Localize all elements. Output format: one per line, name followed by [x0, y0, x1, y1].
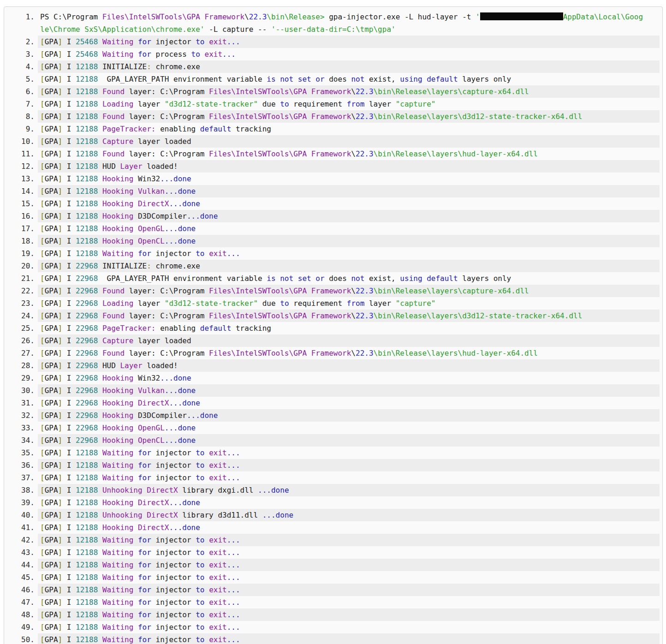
log-token: for [138, 473, 151, 482]
log-token: exit [209, 473, 227, 482]
line-number: 50. [4, 633, 35, 644]
line-number: 48. [4, 608, 35, 621]
log-token: 22968 [76, 286, 98, 295]
log-token: exit [209, 573, 227, 582]
log-token: layer [133, 299, 164, 308]
log-token: layer: C:\Program [125, 112, 209, 121]
log-token: from [347, 100, 365, 108]
log-token: Hooking [102, 523, 133, 532]
log-token: "capture" [396, 299, 436, 308]
log-token: I [62, 448, 76, 457]
log-token [133, 448, 138, 457]
log-token: [ [40, 349, 45, 358]
log-token: Hooking [102, 224, 133, 233]
log-token: I [62, 324, 76, 333]
log-line-10: 10.[GPA] I 12188 Capture layer loaded [4, 135, 662, 148]
log-token: injector [151, 473, 196, 482]
log-token: Hooking [102, 187, 133, 196]
log-token: I [62, 187, 76, 196]
log-token: GPA [45, 635, 58, 644]
log-line-text: [GPA] I 25468 Waiting for injector to ex… [38, 36, 660, 48]
log-token: exit [209, 37, 227, 46]
log-token: 12188 [76, 249, 98, 258]
log-token: not [280, 75, 293, 83]
log-token: [ [40, 523, 45, 532]
log-token: I [62, 62, 76, 71]
log-token [133, 498, 138, 507]
log-token: 12188 [76, 112, 98, 121]
log-token: ...done [160, 174, 191, 183]
log-line-43: 43.[GPA] I 12188 Waiting for injector to… [4, 546, 662, 559]
log-token [98, 37, 102, 46]
log-token: 12188 [76, 137, 98, 146]
log-token: to [280, 299, 289, 308]
log-token: GPA [45, 299, 58, 308]
log-token: or [315, 75, 324, 83]
log-token [98, 585, 102, 594]
log-token: : [147, 262, 151, 270]
log-token: exist, [364, 75, 400, 83]
log-token: GPA [45, 112, 58, 121]
log-line-19: 19.[GPA] I 12188 Waiting for injector to… [4, 247, 662, 260]
log-token: for [138, 50, 151, 59]
log-token: DirectX [147, 486, 178, 495]
log-token: ] [58, 162, 63, 171]
log-token: GPA [45, 262, 58, 270]
log-token: [ [40, 100, 45, 108]
log-token: INITIALIZE [102, 262, 147, 270]
log-token: Hooking [102, 423, 133, 432]
log-token: I [62, 598, 76, 607]
log-token: ] [58, 62, 63, 71]
log-token: I [62, 486, 76, 495]
log-token: library d3d11.dll [178, 511, 262, 519]
log-line-9: 9.[GPA] I 12188 PageTracker: enabling de… [4, 123, 662, 135]
log-token: [ [40, 274, 45, 283]
log-token: [ [40, 249, 45, 258]
log-token: GPA [45, 399, 58, 407]
log-token: '--user-data-dir=C:\tmp\gpa' [271, 25, 396, 34]
log-token: injector [151, 561, 196, 569]
line-number: 25. [4, 322, 35, 334]
log-token: Waiting [102, 585, 133, 594]
line-number: 29. [4, 372, 35, 384]
log-token: OpenGL [138, 224, 165, 233]
line-number: 31. [4, 397, 35, 409]
log-token: 22968 [76, 361, 98, 370]
line-number: 24. [4, 310, 35, 322]
log-line-text: PS C:\Program Files\IntelSWTools\GPA Fra… [38, 11, 660, 23]
log-token [133, 473, 138, 482]
line-number: 14. [4, 185, 35, 197]
log-token: to [196, 461, 204, 470]
log-token: injector [151, 635, 196, 644]
log-line-text: [GPA] I 12188 Hooking DirectX...done [38, 521, 660, 534]
log-line-text: [GPA] I 22968 Hooking OpenCL...done [38, 434, 660, 447]
log-token: exit [209, 561, 227, 569]
log-token: ] [58, 411, 63, 420]
log-token: [ [40, 112, 45, 121]
log-token [133, 623, 138, 632]
log-token: ...done [187, 212, 218, 221]
log-token: GPA [45, 87, 58, 96]
log-token: injector [151, 536, 196, 544]
log-token [98, 212, 102, 221]
log-token: I [62, 286, 76, 295]
log-token: GPA [45, 411, 58, 420]
log-line-text: [GPA] I 12188 Hooking OpenCL...done [38, 235, 660, 247]
log-line-text: [GPA] I 12188 Loading layer "d3d12-state… [38, 98, 660, 110]
log-token: injector [151, 598, 196, 607]
log-token: Loading [102, 100, 133, 108]
log-token: exit [209, 598, 227, 607]
log-line-text: [GPA] I 12188 Waiting for injector to ex… [38, 247, 660, 260]
log-token: DirectX [138, 498, 169, 507]
line-number: 49. [4, 621, 35, 633]
log-token: "d3d12-state-tracker" [165, 299, 258, 308]
log-token: tracking [231, 324, 271, 333]
log-line-39: 39.[GPA] I 12188 Hooking DirectX...done [4, 496, 662, 509]
log-token [204, 249, 209, 258]
log-token: GPA [45, 199, 58, 208]
log-token [98, 75, 102, 83]
log-token: exit [209, 585, 227, 594]
log-token [143, 486, 147, 495]
log-line-text: [GPA] I 22968 Loading layer "d3d12-state… [38, 297, 660, 310]
log-token: GPA_LAYER_PATH environment variable [102, 274, 267, 283]
